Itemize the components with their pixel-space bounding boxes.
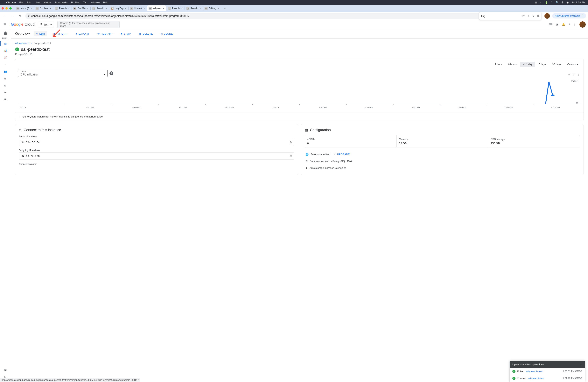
find-input[interactable] xyxy=(481,15,519,18)
tab-list-dropdown[interactable]: ⌄ xyxy=(584,7,587,10)
tab-close-icon[interactable]: ✕ xyxy=(162,7,165,10)
range-custom[interactable]: Custom ▾ xyxy=(565,62,581,67)
tab-close-icon[interactable]: ✕ xyxy=(181,7,183,10)
clone-button[interactable]: ⎘ CLONE xyxy=(159,31,175,36)
restart-button[interactable]: ⟲ RESTART xyxy=(95,31,115,36)
window-controls[interactable] xyxy=(1,7,12,10)
browser-tab[interactable]: MInbox (5✕ xyxy=(15,5,34,11)
browser-tab[interactable]: ⬚Peerdb✕ xyxy=(166,5,185,11)
rail-item[interactable]: 📊 xyxy=(0,47,11,54)
breadcrumb-all[interactable]: All instances xyxy=(15,42,29,44)
help-icon[interactable]: ? xyxy=(109,71,113,75)
chart-select[interactable]: Chart CPU utilization▾ xyxy=(18,70,107,77)
tab-close-icon[interactable]: ✕ xyxy=(87,7,89,10)
tray-icon[interactable]: ⊞ xyxy=(535,1,537,4)
export-button[interactable]: ⬇ EXPORT xyxy=(73,31,91,36)
rail-item[interactable]: → xyxy=(0,61,11,68)
control-center-icon[interactable]: ⚙ xyxy=(561,1,564,4)
tab-close-icon[interactable]: ✕ xyxy=(199,7,201,10)
menu-bookmarks[interactable]: Bookmarks xyxy=(55,1,68,4)
nav-menu-icon[interactable]: ☰ xyxy=(2,22,8,27)
range-6h[interactable]: 6 hours xyxy=(505,62,519,67)
help-icon[interactable]: ? xyxy=(568,23,570,26)
project-picker[interactable]: ⠿ test ▾ xyxy=(38,21,54,27)
forward-button[interactable]: → xyxy=(10,13,15,19)
notifications-icon[interactable]: 🔔 xyxy=(562,23,565,26)
close-window-icon[interactable] xyxy=(1,7,4,10)
browser-tab[interactable]: ⬚Peerdb✕ xyxy=(91,5,109,11)
clock[interactable]: Sat 1:28 PM xyxy=(571,1,585,4)
sql-service-icon[interactable] xyxy=(3,31,8,36)
browser-tab[interactable]: 𝕏Home /✕ xyxy=(128,5,147,11)
battery-icon[interactable]: 🔋 xyxy=(545,1,548,4)
menu-window[interactable]: Window xyxy=(91,1,100,4)
rail-item[interactable]: 👥 xyxy=(0,68,11,75)
tab-close-icon[interactable]: ✕ xyxy=(49,7,52,10)
tab-close-icon[interactable]: ✕ xyxy=(68,7,70,10)
rail-item[interactable]: ⊢ xyxy=(0,89,11,96)
more-icon[interactable]: ⋮ xyxy=(573,23,576,26)
siri-icon[interactable]: ◉ xyxy=(567,1,568,4)
profile-avatar[interactable] xyxy=(545,13,550,19)
operation-link[interactable]: sai-peerdb-test xyxy=(526,370,543,373)
tab-close-icon[interactable]: ✕ xyxy=(30,7,32,10)
range-7d[interactable]: 7 days xyxy=(536,62,549,67)
menu-history[interactable]: History xyxy=(43,1,51,4)
site-info-icon[interactable]: ⚙ xyxy=(28,15,30,17)
menu-file[interactable]: File xyxy=(19,1,23,4)
back-button[interactable]: ← xyxy=(2,13,7,19)
chart-more-icon[interactable]: ⋮ xyxy=(577,73,580,76)
copy-icon[interactable]: ⎘ xyxy=(290,141,292,144)
delete-button[interactable]: 🗑 DELETE xyxy=(137,31,155,36)
maximize-window-icon[interactable] xyxy=(9,7,12,10)
minimize-window-icon[interactable] xyxy=(5,7,8,10)
find-next-icon[interactable]: ∨ xyxy=(532,15,534,18)
rail-marketplace[interactable]: ◪ xyxy=(0,366,11,373)
tab-close-icon[interactable]: ✕ xyxy=(217,7,219,10)
menu-help[interactable]: Help xyxy=(103,1,108,4)
find-prev-icon[interactable]: ∧ xyxy=(528,15,530,18)
menu-view[interactable]: View xyxy=(35,1,40,4)
find-close-icon[interactable]: ✕ xyxy=(537,15,539,18)
rail-item[interactable]: ⊞ xyxy=(0,75,11,82)
reload-button[interactable]: ⟳ xyxy=(18,13,23,19)
browser-tab[interactable]: ⬚Peerdb✕ xyxy=(53,5,72,11)
gcp-search[interactable]: Search (/) for resources, docs, products… xyxy=(57,21,120,28)
rail-item[interactable]: 📈 xyxy=(0,54,11,61)
stop-button[interactable]: ■ STOP xyxy=(119,31,133,36)
browser-tab[interactable]: 🐘Confere✕ xyxy=(34,5,53,11)
tab-close-icon[interactable]: ✕ xyxy=(125,7,127,10)
rail-item[interactable]: ☰ xyxy=(0,96,11,103)
insights-link[interactable]: → Go to Query insights for more in-depth… xyxy=(15,112,584,121)
import-button[interactable]: ⬆ IMPORT xyxy=(52,31,69,36)
range-1d[interactable]: ✓ 1 day xyxy=(520,62,535,67)
menu-profiles[interactable]: Profiles xyxy=(71,1,80,4)
operations-tray-header[interactable]: Uploads and test operations⌄ xyxy=(510,361,585,368)
browser-tab[interactable]: ◆DAIS24✕ xyxy=(72,5,90,11)
copy-icon[interactable]: ⎘ xyxy=(290,155,292,158)
browser-tab[interactable]: ◈sai-peer✕ xyxy=(147,5,166,11)
tab-close-icon[interactable]: ✕ xyxy=(105,7,107,10)
range-1h[interactable]: 1 hour xyxy=(492,62,505,67)
browser-tab[interactable]: ◇Editing✕ xyxy=(203,5,221,11)
account-avatar[interactable] xyxy=(579,21,586,28)
rail-overview[interactable]: ▥ xyxy=(0,40,11,47)
range-30d[interactable]: 30 days xyxy=(549,62,564,67)
cloud-shell-icon[interactable]: ⌨ xyxy=(549,23,553,26)
browser-tab[interactable]: ⬚Peerdb✕ xyxy=(185,5,203,11)
chart-legend-icon[interactable]: ≋ xyxy=(568,73,570,76)
search-icon[interactable]: 🔍 xyxy=(556,1,559,4)
terminal-icon[interactable]: ▣ xyxy=(556,23,558,26)
app-name[interactable]: Chrome xyxy=(6,1,16,4)
tray-icon[interactable]: ▲ xyxy=(540,1,542,4)
chart-expand-icon[interactable]: ⤢ xyxy=(573,73,575,76)
tab-close-icon[interactable]: ✕ xyxy=(143,7,145,10)
gcp-logo[interactable]: Google Cloud xyxy=(11,22,35,27)
browser-tab[interactable]: 📋Log Exp✕ xyxy=(109,5,128,11)
address-bar[interactable]: ⚙ console.cloud.google.com/sql/instances… xyxy=(25,13,519,19)
edit-button[interactable]: ✎ EDIT xyxy=(34,31,47,36)
upgrade-link[interactable]: UPGRADE xyxy=(337,153,350,156)
update-pill[interactable]: New Chrome available⋮ xyxy=(552,13,586,19)
menu-tab[interactable]: Tab xyxy=(83,1,87,4)
operation-link[interactable]: sai-peerdb-test xyxy=(527,377,545,380)
